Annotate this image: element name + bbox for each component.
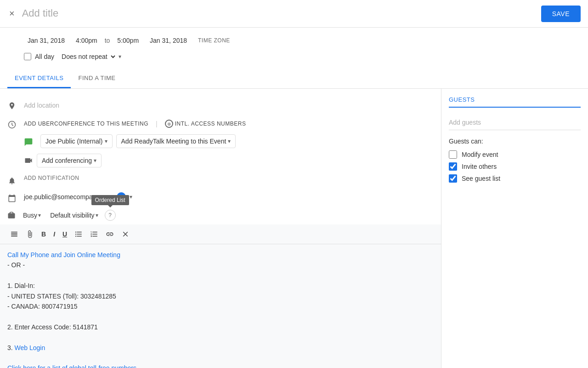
calendar-row: joe.public@somecompany.com ▾ [0,189,441,206]
guest-permission-modify: Modify event [449,149,581,161]
repeat-chevron-icon: ▾ [119,53,121,60]
allday-row: All day Does not repeat Every day Every … [0,50,588,69]
weblogin-line: 3. Web Login [7,343,434,353]
visibility-select[interactable]: Default visibility ▾ [47,210,101,221]
end-time-button[interactable]: 5:00pm [113,35,142,46]
calendar-icon [7,194,17,202]
save-button[interactable]: SAVE [541,6,581,22]
status-row: Busy ▾ Default visibility ▾ ? Ordered Li… [0,206,441,224]
notification-label: ADD NOTIFICATION [24,175,434,181]
to-label: to [105,37,110,44]
readytalk-owner-label: Joe Public (Internal) [45,138,103,145]
readytalk-meeting-label: Add ReadyTalk Meeting to this Event [121,138,226,145]
readytalk-meeting-select[interactable]: Add ReadyTalk Meeting to this Event ▾ [116,134,236,148]
guests-panel: GUESTS Guests can: Modify event Invite o… [441,89,588,368]
readytalk-row: Joe Public (Internal) ▾ Add ReadyTalk Me… [0,132,441,152]
notification-icon [7,177,17,185]
uber-conference-button[interactable]: ADD UBERCONFERENCE TO THIS MEETING [24,121,148,127]
weblogin-link[interactable]: Web Login [15,344,45,351]
intl-access-container: ⊕ INTL. ACCESS NUMBERS [165,120,246,128]
title-input[interactable] [22,6,536,22]
separator: | [156,120,158,127]
uber-icon [7,121,17,129]
briefcase-icon [7,211,17,219]
guests-tab-label: GUESTS [449,96,581,108]
us-line: - UNITED STATES (Toll): 3032481285 [7,291,434,301]
invite-others-label: Invite others [462,163,497,170]
location-input[interactable] [24,100,434,111]
attach-button[interactable] [23,228,37,240]
start-date-button[interactable]: Jan 31, 2018 [24,35,68,46]
remove-format-button[interactable] [119,228,132,240]
italic-button[interactable]: I [51,229,58,240]
status-select[interactable]: Busy ▾ [20,210,44,221]
tab-event-details[interactable]: EVENT DETAILS [7,69,71,88]
align-button[interactable] [7,228,21,240]
location-content [24,100,434,111]
bullet-list-button[interactable] [72,228,85,240]
add-conferencing-chevron-icon: ▾ [94,157,96,164]
visibility-label: Default visibility [50,212,94,219]
allday-checkbox[interactable] [24,53,31,60]
notification-row: ADD NOTIFICATION [0,171,441,189]
readytalk-chevron-icon: ▾ [105,138,107,144]
underline-button[interactable]: U [60,229,70,240]
video-icon [24,156,33,165]
modify-event-checkbox[interactable] [449,150,457,159]
guests-input[interactable] [449,115,581,130]
readytalk-meeting-chevron-icon: ▾ [228,138,231,144]
or-text: - OR - [7,260,434,270]
help-button[interactable]: ? [105,210,116,221]
bold-button[interactable]: B [39,229,49,240]
canada-line: - CANADA: 8007471915 [7,301,434,311]
tab-find-a-time[interactable]: FIND A TIME [71,69,123,88]
repeat-select[interactable]: Does not repeat Every day Every week Cus… [58,52,117,62]
add-conferencing-row: Add conferencing ▾ [0,152,441,171]
guests-can-label: Guests can: [449,138,581,145]
status-chevron-icon: ▾ [38,212,41,218]
see-guest-list-label: See guest list [462,175,500,182]
main-content: ADD UBERCONFERENCE TO THIS MEETING | ⊕ I… [0,89,588,368]
add-conferencing-label: Add conferencing [42,157,92,164]
ordered-list-tooltip: Ordered List [91,195,129,205]
intl-access-button[interactable]: INTL. ACCESS NUMBERS [175,121,246,127]
modify-event-label: Modify event [462,151,498,158]
tabs-row: EVENT DETAILS FIND A TIME [0,69,588,89]
left-panel: ADD UBERCONFERENCE TO THIS MEETING | ⊕ I… [0,89,441,368]
readytalk-owner-select[interactable]: Joe Public (Internal) ▾ [40,134,113,148]
link-button[interactable] [103,228,117,240]
location-row [0,96,441,115]
call-phone-link[interactable]: Call My Phone and Join Online Meeting [7,251,120,259]
location-icon [7,102,17,110]
access-code: 2. Enter Access Code: 5141871 [7,322,434,332]
guest-permission-invite: Invite others [449,161,581,172]
notification-content: ADD NOTIFICATION [24,175,434,181]
see-guest-list-checkbox[interactable] [449,174,457,183]
global-numbers-link[interactable]: Click here for a list of global toll-fre… [7,364,136,368]
intl-circle-icon: ⊕ [165,120,173,128]
guest-permission-see: See guest list [449,172,581,184]
status-label: Busy [23,212,37,219]
editor-content[interactable]: Call My Phone and Join Online Meeting - … [0,244,441,368]
header: × SAVE [0,0,588,28]
dialin-header: 1. Dial-In: [7,281,434,291]
start-time-button[interactable]: 4:00pm [72,35,101,46]
editor-toolbar: B I U [0,224,441,244]
uber-conference-row: ADD UBERCONFERENCE TO THIS MEETING | ⊕ I… [0,115,441,132]
allday-label: All day [35,53,54,60]
end-date-button[interactable]: Jan 31, 2018 [146,35,191,46]
help-tooltip-container: ? Ordered List [105,210,116,221]
add-conferencing-button[interactable]: Add conferencing ▾ [37,154,102,167]
visibility-chevron-icon: ▾ [96,212,98,218]
repeat-container: Does not repeat Every day Every week Cus… [58,52,121,62]
calendar-color-chevron-icon: ▾ [130,194,132,200]
datetime-row: Jan 31, 2018 4:00pm to 5:00pm Jan 31, 20… [0,28,588,50]
close-button[interactable]: × [7,6,17,21]
chat-icon [24,138,33,147]
ordered-list-button[interactable] [87,228,101,240]
app-container: × SAVE Jan 31, 2018 4:00pm to 5:00pm Jan… [0,0,588,368]
timezone-button[interactable]: TIME ZONE [194,35,234,46]
invite-others-checkbox[interactable] [449,162,457,171]
